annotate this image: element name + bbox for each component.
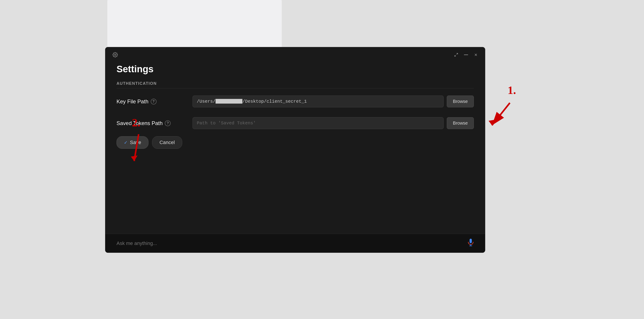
- settings-dialog: Settings AUTHENTICATION Key File Path ? …: [105, 47, 485, 253]
- cancel-button[interactable]: Cancel: [152, 136, 182, 149]
- microphone-icon[interactable]: [468, 238, 474, 248]
- saved-tokens-path-label: Saved Tokens Path: [116, 120, 162, 126]
- svg-rect-6: [470, 239, 472, 243]
- dialog-title: Settings: [116, 64, 474, 75]
- key-file-path-label-group: Key File Path ?: [116, 98, 188, 105]
- expand-button[interactable]: [453, 52, 459, 58]
- key-file-path-input[interactable]: [192, 96, 444, 107]
- save-button[interactable]: ✓ Save: [116, 136, 148, 149]
- saved-tokens-path-input-area: Browse: [192, 117, 474, 129]
- saved-tokens-path-browse-button[interactable]: Browse: [447, 117, 474, 129]
- minimize-button[interactable]: [463, 54, 469, 56]
- ask-input[interactable]: [116, 240, 468, 246]
- dialog-footer: [105, 234, 485, 252]
- action-buttons: ✓ Save Cancel: [116, 134, 474, 153]
- close-button[interactable]: [473, 52, 479, 58]
- authentication-section-header: AUTHENTICATION: [116, 81, 474, 88]
- saved-tokens-path-label-group: Saved Tokens Path ?: [116, 120, 188, 126]
- saved-tokens-path-input[interactable]: [192, 117, 444, 129]
- svg-line-1: [456, 53, 458, 54]
- saved-tokens-path-help-icon[interactable]: ?: [165, 120, 170, 126]
- key-file-path-row: Key File Path ? Browse: [116, 91, 474, 112]
- dialog-titlebar: [105, 47, 485, 62]
- gear-icon: [112, 51, 119, 58]
- checkmark-icon: ✓: [124, 140, 128, 145]
- top-content-area: [107, 0, 282, 49]
- key-file-path-input-area: Browse: [192, 96, 474, 107]
- settings-rows: Key File Path ? Browse Saved Tokens Path…: [116, 88, 474, 134]
- key-file-path-label: Key File Path: [116, 98, 148, 105]
- svg-line-2: [454, 55, 456, 56]
- svg-point-0: [114, 54, 116, 56]
- dialog-content: Settings AUTHENTICATION Key File Path ? …: [105, 62, 485, 234]
- titlebar-controls: [453, 52, 479, 58]
- saved-tokens-path-row: Saved Tokens Path ? Browse: [116, 112, 474, 134]
- key-file-path-browse-button[interactable]: Browse: [447, 96, 474, 107]
- key-file-path-help-icon[interactable]: ?: [151, 99, 156, 105]
- save-label: Save: [130, 140, 141, 145]
